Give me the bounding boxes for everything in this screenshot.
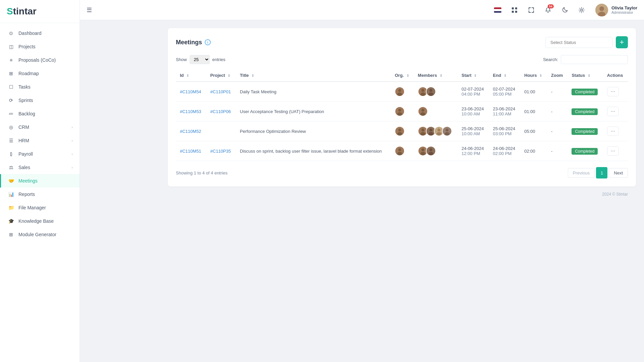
col-id[interactable]: Id ⇕ bbox=[176, 69, 206, 82]
nav-label-sales: Sales bbox=[18, 165, 71, 170]
col-hours[interactable]: Hours ⇕ bbox=[520, 69, 547, 82]
sidebar-item-sales[interactable]: ⚖ Sales › bbox=[0, 161, 80, 174]
nav-icon-dashboard: ⊙ bbox=[8, 30, 14, 37]
nav-label-hrm: HRM bbox=[18, 138, 71, 143]
notification-badge: 54 bbox=[548, 4, 554, 8]
gear-icon bbox=[579, 7, 585, 13]
cell-zoom: - bbox=[547, 141, 567, 161]
flag-button[interactable] bbox=[492, 4, 503, 16]
next-button[interactable]: Next bbox=[609, 168, 628, 178]
showing-info: Showing 1 to 4 of 4 entries bbox=[176, 170, 228, 175]
darkmode-button[interactable] bbox=[559, 4, 571, 16]
table-row: #C110M51 #C110P35 Discuss on sprint, bac… bbox=[176, 141, 628, 161]
nav-icon-sales: ⚖ bbox=[8, 164, 14, 171]
col-end[interactable]: End ⇕ bbox=[489, 69, 521, 82]
sidebar-item-dashboard[interactable]: ⊙ Dashboard bbox=[0, 27, 80, 40]
nav-label-reports: Reports bbox=[18, 192, 73, 197]
menu-icon[interactable]: ☰ bbox=[87, 6, 92, 14]
previous-button[interactable]: Previous bbox=[568, 168, 595, 178]
cell-members bbox=[414, 102, 457, 121]
project-link[interactable]: #C110P06 bbox=[210, 109, 231, 114]
actions-button[interactable]: ··· bbox=[607, 107, 619, 116]
svg-point-31 bbox=[429, 132, 433, 136]
svg-point-24 bbox=[398, 128, 401, 132]
svg-point-39 bbox=[398, 148, 401, 151]
notification-button[interactable]: 54 bbox=[542, 4, 554, 16]
svg-point-15 bbox=[430, 89, 433, 92]
actions-button[interactable]: ··· bbox=[607, 87, 619, 96]
sidebar-item-sprints[interactable]: ⟳ Sprints bbox=[0, 94, 80, 107]
cell-hours: 05:00 bbox=[520, 121, 547, 141]
sidebar-item-hrm[interactable]: ☰ HRM › bbox=[0, 134, 80, 147]
cell-actions: ··· bbox=[603, 82, 628, 102]
avatar-group bbox=[418, 106, 453, 116]
nav-label-knowledge-base: Knowledge Base bbox=[18, 218, 73, 224]
info-icon[interactable]: i bbox=[205, 39, 211, 45]
fullscreen-button[interactable] bbox=[526, 4, 537, 16]
avatar bbox=[395, 106, 405, 116]
col-status[interactable]: Status ⇕ bbox=[567, 69, 603, 82]
col-title[interactable]: Title ⇕ bbox=[236, 69, 391, 82]
search-input[interactable] bbox=[561, 55, 628, 64]
cell-project: #C110P06 bbox=[206, 102, 236, 121]
chevron-icon-crm: › bbox=[71, 125, 73, 129]
col-start[interactable]: Start ⇕ bbox=[457, 69, 489, 82]
sidebar-item-tasks[interactable]: ☐ Tasks bbox=[0, 80, 80, 94]
project-link[interactable]: #C110P01 bbox=[210, 89, 231, 94]
cell-org bbox=[391, 141, 414, 161]
avatar-face bbox=[395, 87, 404, 96]
cell-id: #C110M52 bbox=[176, 121, 206, 141]
settings-button[interactable] bbox=[576, 4, 587, 16]
add-button[interactable]: + bbox=[616, 36, 628, 48]
id-link[interactable]: #C110M51 bbox=[180, 149, 201, 154]
fullscreen-icon bbox=[528, 7, 534, 13]
actions-button[interactable]: ··· bbox=[607, 146, 619, 156]
sidebar-item-module-generator[interactable]: ⊞ Module Generator bbox=[0, 228, 80, 241]
avatar bbox=[395, 126, 405, 136]
col-actions: Actions bbox=[603, 69, 628, 82]
avatar-face bbox=[427, 147, 435, 155]
sidebar-item-backlog[interactable]: ≔ Backlog bbox=[0, 107, 80, 120]
nav-icon-payroll: ₿ bbox=[8, 151, 14, 157]
actions-button[interactable]: ··· bbox=[607, 126, 619, 136]
nav-icon-proposals: ≡ bbox=[8, 57, 14, 63]
user-profile[interactable]: Olivia Taylor Administrator bbox=[595, 4, 637, 16]
cell-zoom: - bbox=[547, 102, 567, 121]
cell-id: #C110M54 bbox=[176, 82, 206, 102]
project-link[interactable]: #C110P35 bbox=[210, 149, 231, 154]
entries-label: entries bbox=[212, 57, 226, 62]
apps-button[interactable] bbox=[509, 4, 520, 16]
id-link[interactable]: #C110M53 bbox=[180, 109, 201, 114]
col-org[interactable]: Org. ⇕ bbox=[391, 69, 414, 82]
cell-status: Completed bbox=[567, 121, 603, 141]
id-link[interactable]: #C110M54 bbox=[180, 89, 201, 94]
sidebar-item-knowledge-base[interactable]: 🎓 Knowledge Base bbox=[0, 214, 80, 228]
sidebar-item-meetings[interactable]: 🤝 Meetings bbox=[0, 174, 80, 188]
cell-members bbox=[414, 82, 457, 102]
col-members[interactable]: Members ⇕ bbox=[414, 69, 457, 82]
sidebar-item-roadmap[interactable]: ⊞ Roadmap bbox=[0, 67, 80, 80]
id-link[interactable]: #C110M52 bbox=[180, 129, 201, 134]
sidebar-item-crm[interactable]: ◎ CRM › bbox=[0, 120, 80, 134]
sidebar-item-file-manager[interactable]: 📁 File Manager bbox=[0, 201, 80, 214]
cell-hours: 01:00 bbox=[520, 102, 547, 121]
svg-point-16 bbox=[429, 93, 433, 96]
svg-point-37 bbox=[445, 132, 449, 136]
col-zoom: Zoom bbox=[547, 69, 567, 82]
svg-point-45 bbox=[430, 148, 433, 151]
svg-point-43 bbox=[420, 152, 425, 155]
sidebar-item-reports[interactable]: 📊 Reports bbox=[0, 188, 80, 201]
cell-actions: ··· bbox=[603, 141, 628, 161]
select-status-input[interactable] bbox=[545, 37, 612, 48]
cell-title: Performance Optimization Review bbox=[236, 121, 391, 141]
nav-label-backlog: Backlog bbox=[18, 111, 73, 116]
svg-point-10 bbox=[398, 93, 402, 96]
nav-icon-projects: ◫ bbox=[8, 43, 14, 50]
nav-icon-crm: ◎ bbox=[8, 124, 14, 131]
col-project[interactable]: Project ⇕ bbox=[206, 69, 236, 82]
page-number-1[interactable]: 1 bbox=[596, 167, 607, 178]
sidebar-item-proposals[interactable]: ≡ Proposals (CoCo) bbox=[0, 53, 80, 67]
sidebar-item-projects[interactable]: ◫ Projects bbox=[0, 40, 80, 53]
entries-select[interactable]: 25 10 50 100 bbox=[190, 55, 210, 64]
sidebar-item-payroll[interactable]: ₿ Payroll › bbox=[0, 147, 80, 161]
